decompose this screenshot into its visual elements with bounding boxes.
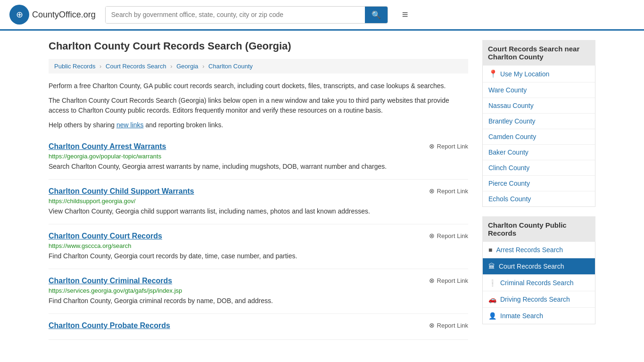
record-item-criminal-records: Charlton County Criminal Records ⊗ Repor… [49, 269, 468, 314]
desc-paragraph-1: Perform a free Charlton County, GA publi… [49, 81, 468, 91]
pub-records-inmate[interactable]: 👤 Inmate Search [483, 308, 595, 324]
logo-suffix: .org [81, 10, 96, 19]
record-title-criminal-records[interactable]: Charlton County Criminal Records [49, 277, 172, 285]
use-location-link[interactable]: 📍 Use My Location [488, 69, 589, 78]
report-link-2[interactable]: ⊗ Report Link [429, 187, 468, 195]
record-desc-2: View Charlton County, Georgia child supp… [49, 206, 468, 216]
nearby-nassau[interactable]: Nassau County [483, 98, 595, 114]
report-link-4[interactable]: ⊗ Report Link [429, 277, 468, 284]
record-title-probate-records[interactable]: Charlton County Probate Records [49, 321, 170, 330]
report-icon-2: ⊗ [429, 187, 435, 195]
driving-icon: 🚗 [488, 296, 496, 303]
report-icon-3: ⊗ [429, 232, 435, 239]
location-icon: 📍 [488, 69, 498, 78]
nearby-camden[interactable]: Camden County [483, 129, 595, 145]
public-records-list: ■ Arrest Records Search 🏛 Court Records … [482, 242, 595, 324]
new-links-link[interactable]: new links [116, 121, 144, 129]
record-desc-3: Find Charlton County, Georgia court reco… [49, 251, 468, 261]
pub-records-court[interactable]: 🏛 Court Records Search [483, 258, 595, 275]
description: Perform a free Charlton County, GA publi… [49, 81, 468, 130]
record-item-probate-records: Charlton County Probate Records ⊗ Report… [49, 314, 468, 340]
inmate-icon: 👤 [488, 312, 496, 320]
nearby-counties-list: 📍 Use My Location Ware County Nassau Cou… [482, 66, 595, 207]
report-link-3[interactable]: ⊗ Report Link [429, 232, 468, 239]
nearby-echols[interactable]: Echols County [483, 191, 595, 206]
record-url-1: https://georgia.gov/popular-topic/warran… [49, 153, 468, 160]
record-desc-1: Search Charlton County, Georgia arrest w… [49, 162, 468, 172]
search-input[interactable] [106, 7, 365, 23]
desc-paragraph-2: The Charlton County Court Records Search… [49, 96, 468, 115]
record-item-court-records: Charlton County Court Records ⊗ Report L… [49, 224, 468, 269]
search-button[interactable]: 🔍 [365, 7, 388, 23]
record-item-child-support: Charlton County Child Support Warrants ⊗… [49, 180, 468, 224]
pub-records-driving[interactable]: 🚗 Driving Records Search [483, 291, 595, 308]
logo-text: CountyOffice.org [32, 10, 96, 20]
search-container: 🔍 [105, 6, 388, 24]
breadcrumb: Public Records › Court Records Search › … [49, 59, 468, 74]
nearby-section-title: Court Records Search near Charlton Count… [482, 40, 595, 66]
court-icon: 🏛 [488, 263, 495, 270]
main-container: Charlton County Court Records Search (Ge… [39, 31, 605, 349]
record-title-arrest-warrants[interactable]: Charlton County Arrest Warrants [49, 142, 166, 151]
arrest-icon: ■ [488, 246, 492, 254]
logo-icon: ⊕ [9, 5, 29, 25]
breadcrumb-court-records[interactable]: Court Records Search [106, 63, 166, 70]
records-list: Charlton County Arrest Warrants ⊗ Report… [49, 135, 468, 340]
report-link-5[interactable]: ⊗ Report Link [429, 321, 468, 329]
breadcrumb-georgia[interactable]: Georgia [176, 63, 198, 70]
header: ⊕ CountyOffice.org 🔍 ≡ [0, 0, 644, 31]
report-icon-5: ⊗ [429, 321, 435, 329]
record-url-4: https://services.georgia.gov/gta/gafs/js… [49, 287, 468, 294]
record-title-court-records[interactable]: Charlton County Court Records [49, 232, 162, 240]
logo-name: CountyOffice [32, 10, 81, 19]
criminal-icon: ❕ [488, 279, 496, 287]
report-link-1[interactable]: ⊗ Report Link [429, 142, 468, 150]
nearby-ware[interactable]: Ware County [483, 82, 595, 98]
page-title: Charlton County Court Records Search (Ge… [49, 40, 468, 52]
breadcrumb-public-records[interactable]: Public Records [54, 63, 95, 70]
nearby-brantley[interactable]: Brantley County [483, 114, 595, 129]
record-title-child-support[interactable]: Charlton County Child Support Warrants [49, 187, 194, 196]
nearby-clinch[interactable]: Clinch County [483, 160, 595, 176]
public-records-section-title: Charlton County Public Records [482, 216, 595, 242]
record-url-2: https://childsupport.georgia.gov/ [49, 197, 468, 205]
record-item-arrest-warrants: Charlton County Arrest Warrants ⊗ Report… [49, 135, 468, 180]
breadcrumb-charlton[interactable]: Charlton County [208, 63, 253, 70]
record-url-3: https://www.gsccca.org/search [49, 242, 468, 249]
nearby-baker[interactable]: Baker County [483, 145, 595, 160]
logo[interactable]: ⊕ CountyOffice.org [9, 5, 96, 25]
pub-records-criminal[interactable]: ❕ Criminal Records Search [483, 275, 595, 291]
sidebar: Court Records Search near Charlton Count… [482, 40, 595, 340]
nearby-pierce[interactable]: Pierce County [483, 176, 595, 191]
desc-paragraph-3: Help others by sharing new links and rep… [49, 120, 468, 130]
pub-records-arrest[interactable]: ■ Arrest Records Search [483, 242, 595, 258]
menu-icon[interactable]: ≡ [402, 8, 408, 21]
report-icon-1: ⊗ [429, 142, 435, 150]
report-icon-4: ⊗ [429, 277, 435, 284]
record-desc-4: Find Charlton County, Georgia criminal r… [49, 296, 468, 306]
use-location-item[interactable]: 📍 Use My Location [483, 66, 595, 82]
content-area: Charlton County Court Records Search (Ge… [49, 40, 468, 340]
